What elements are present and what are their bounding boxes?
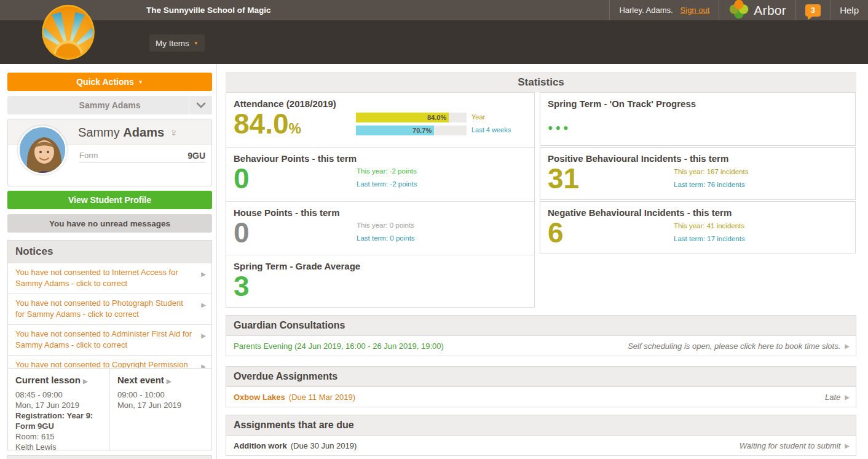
overdue-assignments-title: Overdue Assignments xyxy=(226,367,856,387)
caret-down-icon: ▼ xyxy=(138,79,143,85)
unread-messages-label: You have no unread messages xyxy=(49,219,170,228)
arrow-right-icon: ▶ xyxy=(845,394,850,401)
bar-legend-year: Year xyxy=(471,113,545,121)
my-items-label: My Items xyxy=(156,39,189,48)
arrow-right-icon: ▶ xyxy=(201,330,206,341)
last-term-stat: Last term: -2 points xyxy=(357,180,417,188)
assignments-due-title: Assignments that are due xyxy=(226,415,856,436)
negative-incidents-title: Negative Behavioural Incidents - this te… xyxy=(548,207,848,218)
notification-badge[interactable]: 3 xyxy=(805,4,821,17)
guardian-consultations-section: Guardian Consultations Parents Evening (… xyxy=(226,315,856,356)
this-year-stat: This year: 167 incidents xyxy=(674,168,748,175)
current-lesson-time: 08:45 - 09:00 xyxy=(15,389,103,400)
assignment-status: Waiting for student to submit xyxy=(740,441,841,450)
last-term-stat: Last term: 17 incidents xyxy=(674,235,745,242)
guardian-consultations-title: Guardian Consultations xyxy=(226,316,856,336)
header-top-bar: The Sunnyville School of Magic Harley. A… xyxy=(0,0,868,20)
bar-legend-4weeks: Last 4 weeks xyxy=(471,126,545,134)
positive-incidents-card[interactable]: Positive Behavioural Incidents - this te… xyxy=(540,147,856,200)
assignment-due-date: (Due 11 Mar 2019) xyxy=(289,393,355,402)
grade-average-card[interactable]: Spring Term - Grade Average 3 xyxy=(226,255,534,308)
assignment-row[interactable]: Addition work (Due 30 Jun 2019) Waiting … xyxy=(226,436,856,455)
this-year-stat: This year: -2 points xyxy=(357,167,417,175)
behaviour-points-substats: This year: -2 points Last term: -2 point… xyxy=(357,167,417,193)
quick-actions-button[interactable]: Quick Actions ▼ xyxy=(7,73,212,91)
student-card: Sammy Adams♀ Form 9GU xyxy=(7,119,212,186)
arbor-logo-icon xyxy=(728,0,749,22)
on-track-progress-card[interactable]: Spring Term - 'On Track' Progress ●●● xyxy=(540,92,856,146)
notifications-segment[interactable]: 3 xyxy=(795,0,830,20)
negative-incidents-substats: This year: 41 incidents Last term: 17 in… xyxy=(674,222,745,248)
current-lesson-room: Room: 615 xyxy=(15,431,103,442)
statistics-title: Statistics xyxy=(518,76,564,89)
student-selector-value: Sammy Adams xyxy=(7,100,189,110)
next-event-link[interactable]: Next event ▶ xyxy=(117,375,205,385)
view-student-profile-button[interactable]: View Student Profile xyxy=(7,191,212,209)
bar-value-label: 70.7% xyxy=(412,127,432,134)
schedule-panel: Current lesson ▶ 08:45 - 09:00 Mon, 17 J… xyxy=(7,368,212,450)
statistics-left-column: Attendance (2018/2019) 84.0% 84.0% Year … xyxy=(226,92,535,308)
my-items-menu[interactable]: My Items ▼ xyxy=(149,34,205,52)
attendance-bar-year: 84.0% Year xyxy=(356,113,467,122)
current-lesson-panel: Current lesson ▶ 08:45 - 09:00 Mon, 17 J… xyxy=(8,369,109,450)
overdue-assignments-section: Overdue Assignments Oxbow Lakes (Due 11 … xyxy=(226,366,856,407)
student-name: Sammy Adams♀ xyxy=(78,119,178,145)
consultation-row[interactable]: Parents Evening (24 Jun 2019, 16:00 - 26… xyxy=(226,336,856,356)
notice-item[interactable]: You have not consented to Administer Fir… xyxy=(8,324,211,355)
house-points-substats: This year: 0 points Last term: 0 points xyxy=(357,222,415,247)
student-avatar xyxy=(18,126,67,175)
header-right: Harley. Adams. Sign out Arbor 3 He xyxy=(609,0,868,20)
view-profile-label: View Student Profile xyxy=(68,195,151,205)
unread-messages-bar[interactable]: You have no unread messages xyxy=(7,214,212,233)
form-label: Form xyxy=(79,151,187,160)
positive-incidents-substats: This year: 167 incidents Last term: 76 i… xyxy=(674,168,748,194)
brand-segment[interactable]: Arbor xyxy=(719,0,795,20)
attendance-card[interactable]: Attendance (2018/2019) 84.0% 84.0% Year … xyxy=(226,93,534,147)
house-points-title: House Points - this term xyxy=(234,207,527,218)
notices-title: Notices xyxy=(8,241,211,263)
female-icon: ♀ xyxy=(169,126,178,139)
grade-average-title: Spring Term - Grade Average xyxy=(234,261,527,271)
assignments-due-section: Assignments that are due Addition work (… xyxy=(226,415,856,456)
on-track-dots: ●●● xyxy=(548,122,848,132)
help-button[interactable]: Help xyxy=(840,5,859,15)
next-section-sliver xyxy=(7,455,212,459)
student-first-name: Sammy xyxy=(78,126,120,139)
arrow-right-icon: ▶ xyxy=(845,442,850,449)
positive-incidents-title: Positive Behavioural Incidents - this te… xyxy=(548,153,848,164)
bar-value-label: 84.0% xyxy=(427,114,446,121)
arrow-right-icon: ▶ xyxy=(845,343,850,349)
arrow-right-icon: ▶ xyxy=(201,269,206,280)
student-selector[interactable]: Sammy Adams xyxy=(7,96,212,114)
assignment-due-date: (Due 30 Jun 2019) xyxy=(291,441,357,450)
current-lesson-date: Mon, 17 Jun 2019 xyxy=(15,400,103,410)
attendance-bar-4weeks: 70.7% Last 4 weeks xyxy=(356,126,467,135)
form-field: Form 9GU xyxy=(79,149,205,162)
negative-incidents-card[interactable]: Negative Behavioural Incidents - this te… xyxy=(540,201,856,253)
arrow-right-icon: ▶ xyxy=(167,378,172,385)
next-event-date: Mon, 17 Jun 2019 xyxy=(117,400,205,410)
current-lesson-link[interactable]: Current lesson ▶ xyxy=(15,375,103,385)
notice-item[interactable]: You have not consented to Internet Acces… xyxy=(8,263,211,293)
current-lesson-teacher: Keith Lewis xyxy=(15,442,103,452)
assignment-name[interactable]: Oxbow Lakes xyxy=(234,393,285,402)
behaviour-points-card[interactable]: Behaviour Points - this term 0 This year… xyxy=(226,147,534,201)
school-name: The Sunnyville School of Magic xyxy=(146,0,271,20)
caret-down-icon: ▼ xyxy=(194,41,199,46)
behaviour-points-title: Behaviour Points - this term xyxy=(234,153,527,164)
chevron-down-icon[interactable] xyxy=(189,96,212,114)
help-segment[interactable]: Help xyxy=(830,0,868,20)
last-term-stat: Last term: 0 points xyxy=(357,234,415,242)
house-points-card[interactable]: House Points - this term 0 This year: 0 … xyxy=(226,201,534,255)
assignment-row[interactable]: Oxbow Lakes (Due 11 Mar 2019) Late ▶ xyxy=(226,387,856,407)
sidebar-divider xyxy=(216,64,217,459)
assignment-name[interactable]: Addition work xyxy=(234,441,287,450)
sign-out-link[interactable]: Sign out xyxy=(681,6,710,15)
attendance-bars: 84.0% Year 70.7% Last 4 weeks xyxy=(356,113,467,138)
grade-average-value: 3 xyxy=(234,271,527,301)
arrow-right-icon: ▶ xyxy=(201,300,206,311)
attendance-unit: % xyxy=(289,121,301,137)
notice-item[interactable]: You have not consented to Photograph Stu… xyxy=(8,293,211,324)
consultation-link[interactable]: Parents Evening (24 Jun 2019, 16:00 - 26… xyxy=(234,341,628,351)
current-lesson-event: Registration: Year 9: Form 9GU xyxy=(15,410,103,431)
